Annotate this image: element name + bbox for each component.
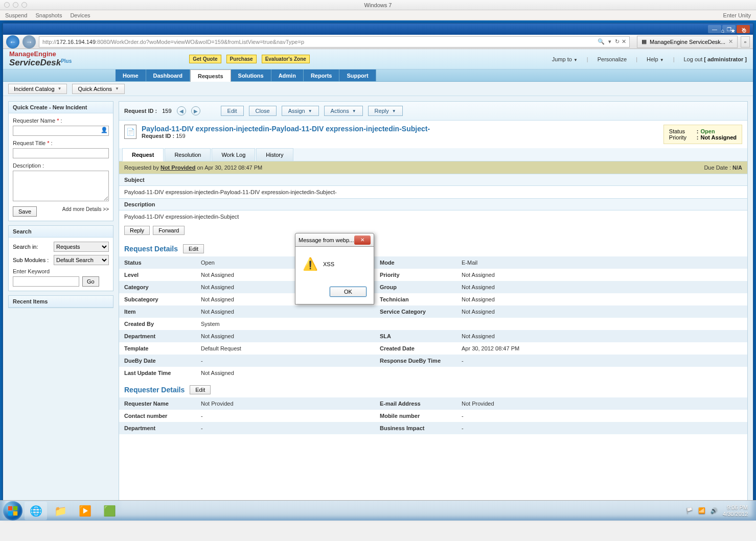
tab-requests[interactable]: Requests bbox=[190, 69, 231, 82]
menu-snapshots[interactable]: Snapshots bbox=[35, 12, 62, 18]
close-button[interactable]: Close bbox=[249, 106, 277, 116]
favorites-icon[interactable]: ★ bbox=[730, 28, 736, 34]
requester-name-input[interactable] bbox=[13, 126, 109, 136]
quick-actions-dropdown[interactable]: Quick Actions▼ bbox=[72, 84, 125, 94]
tab-worklog[interactable]: Work Log bbox=[212, 148, 255, 161]
details-edit-button[interactable]: Edit bbox=[183, 244, 204, 253]
taskbar-explorer-icon[interactable]: 📁 bbox=[49, 502, 72, 520]
edit-button[interactable]: Edit bbox=[221, 106, 244, 116]
address-bar[interactable]: http://172.16.194.149:8080/WorkOrder.do?… bbox=[39, 36, 630, 48]
stop-icon[interactable]: ✕ bbox=[622, 38, 626, 45]
requester-edit-button[interactable]: Edit bbox=[190, 385, 211, 394]
go-button[interactable]: Go bbox=[82, 276, 99, 287]
assign-dropdown[interactable]: Assign ▼ bbox=[282, 106, 319, 116]
tab-dashboard[interactable]: Dashboard bbox=[146, 69, 190, 81]
save-button[interactable]: Save bbox=[13, 206, 37, 217]
url-scheme: http:// bbox=[42, 39, 57, 45]
table-row: Requester NameNot ProvidedE-mail Address… bbox=[119, 397, 747, 410]
svg-rect-1 bbox=[13, 506, 17, 510]
taskbar-media-icon[interactable]: ▶️ bbox=[74, 502, 96, 520]
main-tabs: Home Dashboard Requests Solutions Admin … bbox=[3, 69, 753, 82]
menu-enter-unity[interactable]: Enter Unity bbox=[723, 12, 751, 18]
ie-titlebar: — ❐ ✕ bbox=[3, 23, 753, 35]
prev-request-button[interactable]: ◀ bbox=[177, 106, 186, 115]
tab-admin[interactable]: Admin bbox=[271, 69, 304, 81]
tab-reports[interactable]: Reports bbox=[304, 69, 340, 81]
sub-modules-select[interactable]: Default Search bbox=[54, 255, 109, 265]
refresh-icon[interactable]: ↻ bbox=[615, 38, 620, 45]
status-box: Status: Open Priority: Not Assigned bbox=[663, 125, 742, 144]
request-id-value: 159 bbox=[162, 108, 171, 114]
request-title-input[interactable] bbox=[13, 148, 109, 158]
home-icon[interactable]: ⌂ bbox=[721, 28, 724, 34]
badge-purchase[interactable]: Purchase bbox=[226, 55, 257, 63]
taskbar-ie-icon[interactable]: 🌐 bbox=[25, 502, 47, 520]
search-in-label: Search in: bbox=[13, 244, 54, 250]
table-row: Created BySystem bbox=[119, 318, 747, 330]
tray-flag-icon[interactable]: 🏳️ bbox=[686, 507, 693, 514]
tab-resolution[interactable]: Resolution bbox=[165, 148, 211, 161]
description-header: Description bbox=[119, 198, 747, 210]
mac-min[interactable] bbox=[13, 2, 18, 8]
jump-to-dropdown[interactable]: Jump to ▼ bbox=[552, 56, 578, 62]
table-row: TemplateDefault RequestCreated DateApr 3… bbox=[119, 342, 747, 355]
alert-title: Message from webp... bbox=[299, 237, 354, 243]
quick-create-title: Quick Create - New Incident bbox=[9, 102, 113, 113]
table-row: ItemNot AssignedService CategoryNot Assi… bbox=[119, 305, 747, 318]
table-row: DepartmentNot AssignedSLANot Assigned bbox=[119, 330, 747, 342]
incident-catalog-dropdown[interactable]: Incident Catalog▼ bbox=[8, 84, 67, 94]
search-icon[interactable]: 🔍 bbox=[598, 38, 605, 45]
alert-message: XSS bbox=[323, 261, 334, 267]
back-button[interactable]: ← bbox=[6, 35, 19, 49]
tab-close-icon[interactable]: ✕ bbox=[728, 38, 733, 45]
table-row: CategoryNot AssignedGroupNot Assigned bbox=[119, 281, 747, 293]
help-dropdown[interactable]: Help ▼ bbox=[647, 56, 664, 62]
taskbar-vmware-icon[interactable]: 🟩 bbox=[98, 502, 121, 520]
actions-dropdown[interactable]: Actions ▼ bbox=[324, 106, 363, 116]
personalize-link[interactable]: Personalize bbox=[598, 56, 627, 62]
alert-ok-button[interactable]: OK bbox=[330, 287, 366, 297]
tab-support[interactable]: Support bbox=[339, 69, 376, 81]
tray-volume-icon[interactable]: 🔊 bbox=[711, 507, 718, 514]
ie-toolbar: ← → http://172.16.194.149:8080/WorkOrder… bbox=[3, 35, 753, 49]
mac-max[interactable] bbox=[21, 2, 27, 8]
alert-close-icon[interactable]: ✕ bbox=[354, 236, 371, 245]
reply-button[interactable]: Reply bbox=[124, 226, 150, 235]
person-icon[interactable]: 👤 bbox=[101, 127, 108, 133]
search-title: Search bbox=[9, 226, 113, 238]
forward-button[interactable]: → bbox=[22, 35, 36, 49]
tab-request[interactable]: Request bbox=[122, 148, 164, 161]
svg-rect-2 bbox=[8, 511, 12, 515]
tab-history[interactable]: History bbox=[256, 148, 293, 161]
badge-quote[interactable]: Get Quote bbox=[189, 55, 221, 63]
svg-rect-3 bbox=[13, 511, 17, 515]
request-details-title: Request Details bbox=[124, 245, 178, 253]
logout-link[interactable]: Log out [ administrator ] bbox=[684, 56, 747, 62]
tools-icon[interactable]: ⚙ bbox=[742, 28, 747, 34]
add-more-link[interactable]: Add more Details >> bbox=[62, 206, 109, 212]
reply-dropdown[interactable]: Reply ▼ bbox=[368, 106, 403, 116]
keyword-input[interactable] bbox=[13, 276, 79, 287]
app-logo: ManageEngine ServiceDeskPlus bbox=[9, 50, 72, 68]
subject-header: Subject bbox=[119, 174, 747, 186]
request-title-label: Request Title * : bbox=[13, 140, 109, 146]
mac-close[interactable] bbox=[4, 2, 10, 8]
request-title: Payload-11-DIV expression-injectedin-Pay… bbox=[142, 125, 430, 133]
taskbar: 🌐 📁 ▶️ 🟩 🏳️ 📶 🔊 9:06 PM 4/30/2012 bbox=[0, 500, 756, 521]
badge-evaluator[interactable]: Evaluator's Zone bbox=[262, 55, 310, 63]
tray-network-icon[interactable]: 📶 bbox=[698, 507, 705, 514]
menu-suspend[interactable]: Suspend bbox=[5, 12, 27, 18]
search-panel: Search Search in:Requests Sub Modules :D… bbox=[8, 225, 113, 291]
table-row: StatusOpenModeE-Mail bbox=[119, 256, 747, 269]
taskbar-clock[interactable]: 9:06 PM 4/30/2012 bbox=[723, 504, 748, 518]
start-button[interactable] bbox=[3, 501, 22, 521]
requester-details-table: Requester NameNot ProvidedE-mail Address… bbox=[119, 397, 747, 434]
description-input[interactable] bbox=[13, 171, 109, 201]
forward-button[interactable]: Forward bbox=[153, 226, 185, 235]
svg-rect-0 bbox=[8, 506, 12, 510]
search-in-select[interactable]: Requests bbox=[54, 242, 109, 252]
tab-solutions[interactable]: Solutions bbox=[231, 69, 271, 81]
next-request-button[interactable]: ▶ bbox=[191, 106, 200, 115]
tab-home[interactable]: Home bbox=[116, 69, 146, 81]
menu-devices[interactable]: Devices bbox=[70, 12, 90, 18]
